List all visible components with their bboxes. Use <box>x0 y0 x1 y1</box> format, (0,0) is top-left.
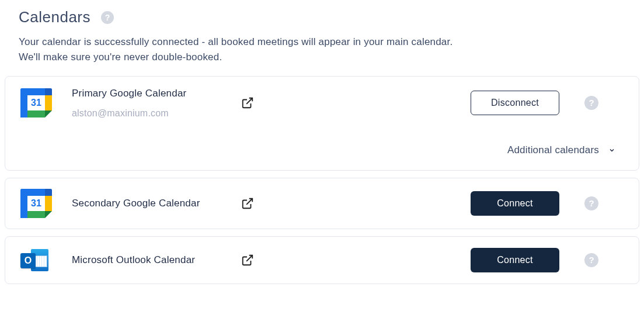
provider-name: Secondary Google Calendar <box>72 197 241 210</box>
help-icon[interactable]: ? <box>584 96 598 110</box>
additional-calendars-label: Additional calendars <box>507 144 599 156</box>
google-calendar-icon: 31 <box>20 189 52 218</box>
disconnect-button[interactable]: Disconnect <box>471 91 559 115</box>
additional-calendars-toggle[interactable]: Additional calendars <box>20 144 624 156</box>
provider-name: Primary Google Calendar <box>72 87 241 100</box>
help-icon[interactable]: ? <box>584 196 598 210</box>
svg-line-1 <box>246 199 252 205</box>
svg-line-0 <box>246 98 252 103</box>
calendar-row: O Microsoft Outlook Calendar Connect ? <box>20 247 624 273</box>
page-description: Your calendar is successfully connected … <box>0 31 644 76</box>
connect-button[interactable]: Connect <box>471 191 559 216</box>
provider-name: Microsoft Outlook Calendar <box>72 254 241 267</box>
description-line-2: We'll make sure you're never double-book… <box>19 50 625 65</box>
calendar-card-outlook: O Microsoft Outlook Calendar Connect ? <box>5 236 639 284</box>
outlook-icon: O <box>20 247 48 273</box>
account-email: alston@maxinium.com <box>72 108 241 119</box>
external-link-icon[interactable] <box>241 254 254 267</box>
calendar-row: 31 Secondary Google Calendar Connect ? <box>20 189 624 218</box>
calendar-row: 31 Primary Google Calendar alston@maxini… <box>20 87 624 119</box>
calendar-card-primary: 31 Primary Google Calendar alston@maxini… <box>5 76 639 171</box>
description-line-1: Your calendar is successfully connected … <box>19 34 625 50</box>
svg-line-2 <box>246 255 252 261</box>
calendar-card-secondary: 31 Secondary Google Calendar Connect ? <box>5 178 639 229</box>
external-link-icon[interactable] <box>241 197 254 210</box>
chevron-down-icon <box>608 147 615 154</box>
page-title: Calendars <box>19 8 90 26</box>
help-icon[interactable]: ? <box>101 11 114 24</box>
help-icon[interactable]: ? <box>584 253 598 267</box>
google-calendar-icon: 31 <box>20 88 52 118</box>
page-header: Calendars ? <box>0 5 644 31</box>
connect-button[interactable]: Connect <box>471 248 559 272</box>
external-link-icon[interactable] <box>241 96 254 109</box>
